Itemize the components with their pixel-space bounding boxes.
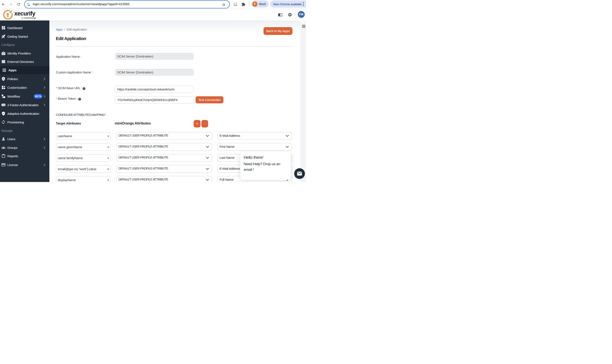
svg-text:123: 123 <box>2 104 5 106</box>
